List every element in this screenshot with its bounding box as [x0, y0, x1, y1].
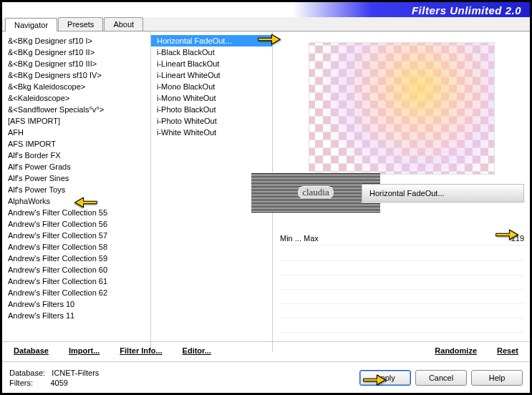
category-item[interactable]: Andrew's Filters 10: [2, 298, 150, 310]
filter-item[interactable]: i-Photo WhiteOut: [151, 115, 272, 127]
category-item[interactable]: Andrew's Filter Collection 60: [2, 264, 150, 275]
title-bar: Filters Unlimited 2.0: [2, 2, 530, 18]
category-item[interactable]: Andrew's Filter Collection 58: [2, 241, 150, 253]
status-filters-label: Filters:: [9, 379, 33, 387]
filter-item[interactable]: i-Black BlackOut: [151, 47, 272, 58]
status-button-bar: Database: ICNET-Filters Filters: 4059 Ap…: [2, 361, 530, 393]
category-item[interactable]: &<Sandflower Specials°v°>: [2, 104, 150, 115]
main-area: &<BKg Designer sf10 I>&<BKg Designer sf1…: [2, 32, 530, 351]
menu-randomize[interactable]: Randomize: [435, 346, 477, 355]
help-button[interactable]: Help: [471, 370, 523, 386]
current-filter-label: Horizontal FadeOut...: [362, 184, 524, 203]
category-item[interactable]: &<BKg Designer sf10 III>: [2, 58, 150, 69]
status-text: Database: ICNET-Filters Filters: 4059: [9, 368, 355, 388]
tab-presets[interactable]: Presets: [58, 17, 103, 31]
menu-filter-info[interactable]: Filter Info...: [120, 346, 162, 355]
filter-item[interactable]: i-Mono BlackOut: [151, 81, 272, 92]
preview-panel: claudia Horizontal FadeOut... Min ... Ma…: [273, 32, 530, 351]
apply-button[interactable]: Apply: [359, 370, 411, 386]
category-item[interactable]: Alf's Border FX: [2, 150, 150, 161]
menu-database[interactable]: Database: [14, 346, 49, 355]
category-item[interactable]: &<Kaleidoscope>: [2, 92, 150, 104]
status-db-label: Database:: [9, 369, 45, 377]
category-item[interactable]: AFS IMPORT: [2, 138, 150, 150]
filter-item[interactable]: i-Lineart WhiteOut: [151, 69, 272, 81]
category-item[interactable]: Andrew's Filter Collection 56: [2, 218, 150, 230]
tab-about[interactable]: About: [104, 17, 143, 31]
category-item[interactable]: Andrew's Filter Collection 61: [2, 275, 150, 287]
cancel-button[interactable]: Cancel: [415, 370, 467, 386]
category-item[interactable]: &<BKg Designer sf10 II>: [2, 47, 150, 58]
category-item[interactable]: [AFS IMPORT]: [2, 115, 150, 127]
filter-item[interactable]: i-Mono WhiteOut: [151, 92, 272, 104]
param-slider[interactable]: [326, 238, 495, 239]
app-title: Filters Unlimited 2.0: [412, 4, 521, 16]
menu-bar: Database Import... Filter Info... Editor…: [2, 341, 530, 359]
category-item[interactable]: Andrew's Filters 11: [2, 310, 150, 321]
category-item[interactable]: AFH: [2, 127, 150, 138]
filter-item[interactable]: i-Photo BlackOut: [151, 104, 272, 115]
param-value: 119: [503, 234, 524, 243]
preview-image: [309, 42, 495, 175]
category-item[interactable]: &<BKg Designers sf10 IV>: [2, 69, 150, 81]
filter-item[interactable]: i-Lineart BlackOut: [151, 58, 272, 69]
category-item[interactable]: Andrew's Filter Collection 59: [2, 253, 150, 264]
status-db-value: ICNET-Filters: [52, 369, 99, 377]
category-item[interactable]: Andrew's Filter Collection 62: [2, 287, 150, 298]
status-filters-value: 4059: [50, 379, 67, 387]
category-item[interactable]: &<Bkg Kaleidoscope>: [2, 81, 150, 92]
category-item[interactable]: Alf's Power Toys: [2, 184, 150, 195]
category-item[interactable]: &<BKg Designer sf10 I>: [2, 35, 150, 47]
category-item[interactable]: Alf's Power Grads: [2, 161, 150, 172]
current-filter-name: Horizontal FadeOut...: [369, 189, 445, 198]
watermark-text: claudia: [298, 186, 334, 199]
param-label: Min ... Max: [280, 234, 319, 243]
param-empty-rows: [280, 247, 524, 321]
category-item[interactable]: Andrew's Filter Collection 55: [2, 207, 150, 218]
menu-reset[interactable]: Reset: [497, 346, 518, 355]
tab-strip: Navigator Presets About: [2, 17, 530, 31]
tab-navigator[interactable]: Navigator: [5, 18, 57, 31]
filter-item[interactable]: i-White WhiteOut: [151, 127, 272, 138]
category-item[interactable]: Alf's Power Sines: [2, 172, 150, 184]
category-item[interactable]: AlphaWorks: [2, 195, 150, 207]
category-list[interactable]: &<BKg Designer sf10 I>&<BKg Designer sf1…: [2, 32, 151, 351]
watermark: claudia: [251, 172, 380, 213]
param-row: Min ... Max 119: [280, 231, 524, 245]
menu-editor[interactable]: Editor...: [183, 346, 211, 355]
filter-item[interactable]: Horizontal FadeOut...: [151, 35, 272, 47]
category-item[interactable]: Andrew's Filter Collection 57: [2, 230, 150, 241]
menu-import[interactable]: Import...: [69, 346, 100, 355]
